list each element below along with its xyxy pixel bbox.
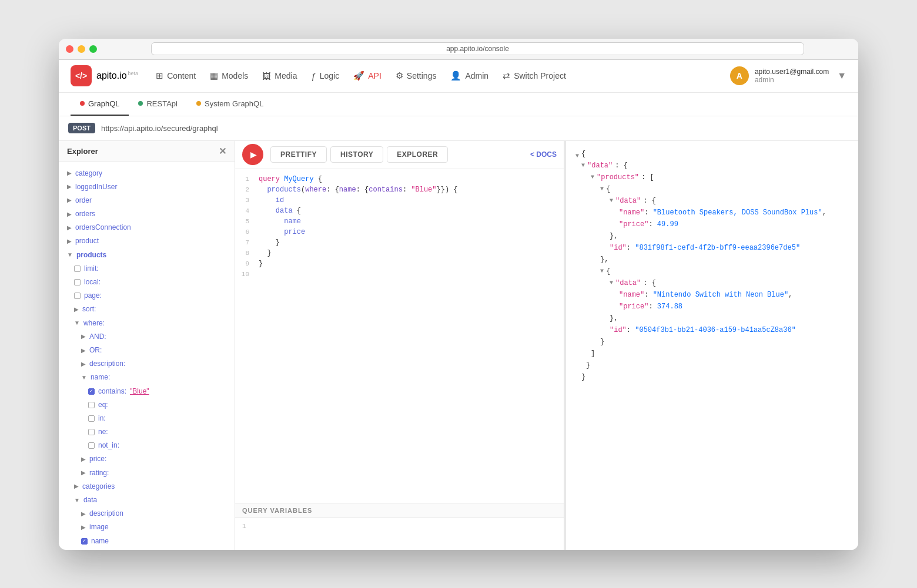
nav-api[interactable]: 🚀 API (353, 70, 381, 81)
collapse-arrow-3[interactable]: ▼ (591, 172, 594, 183)
collapse-arrow-7[interactable]: ▼ (610, 277, 613, 289)
user-role: admin (755, 76, 829, 84)
close-button[interactable] (66, 45, 73, 53)
tree-item-in[interactable]: in: (59, 412, 235, 425)
tree-item-price-data[interactable]: ✓ price (59, 548, 235, 550)
explorer-body: ▶ category ▶ loggedInUser ▶ order ▶ orde… (59, 162, 235, 550)
nav-admin[interactable]: 👤 Admin (450, 70, 488, 81)
arrow-icon: ▶ (67, 210, 72, 219)
tree-item-orders[interactable]: ▶ orders (59, 207, 235, 221)
tree-item-where[interactable]: ▼ where: (59, 317, 235, 330)
nav-items: ⊞ Content ▦ Models 🖼 Media ƒ Logic 🚀 API… (156, 70, 730, 81)
close-explorer-button[interactable]: ✕ (219, 146, 226, 157)
collapse-arrow-4[interactable]: ▼ (600, 183, 604, 195)
app-header: </> apito.iobeta ⊞ Content ▦ Models 🖼 Me… (59, 60, 858, 93)
tree-item-name[interactable]: ▼ name: (59, 371, 235, 384)
tree-item-or[interactable]: ▶ OR: (59, 344, 235, 357)
tree-item-not-in[interactable]: not_in: (59, 439, 235, 452)
tree-item-loggedinuser[interactable]: ▶ loggedInUser (59, 180, 235, 194)
tree-item-data[interactable]: ▼ data (59, 493, 235, 507)
settings-icon: ⚙ (396, 70, 403, 81)
traffic-lights (66, 45, 97, 53)
query-variables-body[interactable]: 1 (235, 518, 564, 547)
system-graphql-dot (196, 101, 201, 106)
qv-line-num: 1 (242, 523, 256, 530)
nav-switch-project[interactable]: ⇄ Switch Project (503, 70, 566, 81)
tree-item-sort[interactable]: ▶ sort: (59, 303, 235, 316)
tab-system-graphql[interactable]: System GraphQL (187, 92, 273, 116)
checkbox-local[interactable] (74, 279, 81, 285)
tree-item-categories[interactable]: ▶ categories (59, 480, 235, 493)
tree-item-category[interactable]: ▶ category (59, 167, 235, 180)
tree-item-image[interactable]: ▶ image (59, 520, 235, 534)
collapse-arrow-1[interactable]: ▼ (575, 150, 579, 162)
history-button[interactable]: HISTORY (330, 146, 383, 163)
content-icon: ⊞ (156, 70, 163, 81)
tree-item-ne[interactable]: ne: (59, 425, 235, 439)
main-content: Explorer ✕ ▶ category ▶ loggedInUser ▶ o… (59, 141, 858, 550)
code-line-5: 5 name (235, 216, 564, 227)
app-window: app.apito.io/console </> apito.iobeta ⊞ … (59, 39, 858, 550)
tab-restapi[interactable]: RESTApi (129, 92, 187, 116)
tree-item-rating-where[interactable]: ▶ rating: (59, 466, 235, 480)
nav-models[interactable]: ▦ Models (210, 70, 248, 81)
logo-text: apito.iobeta (96, 70, 138, 81)
arrow-icon: ▶ (81, 455, 86, 464)
run-button[interactable] (242, 144, 263, 165)
expand-icon: ▼ (67, 250, 73, 260)
tree-item-product[interactable]: ▶ product (59, 234, 235, 248)
arrow-icon: ▶ (81, 509, 86, 519)
code-line-6: 6 price (235, 227, 564, 237)
prettify-button[interactable]: PRETTIFY (270, 146, 327, 163)
tree-item-products[interactable]: ▼ products (59, 248, 235, 262)
tree-item-limit[interactable]: limit: (59, 262, 235, 275)
tree-item-price[interactable]: ▶ price: (59, 452, 235, 466)
nav-logic[interactable]: ƒ Logic (311, 71, 339, 81)
tree-item-contains[interactable]: ✓ contains: "Blue" (59, 385, 235, 398)
switch-icon: ⇄ (503, 70, 510, 81)
checkbox-page[interactable] (74, 293, 81, 299)
tree-item-local[interactable]: local: (59, 275, 235, 289)
nav-content[interactable]: ⊞ Content (156, 70, 196, 81)
checkbox-eq[interactable] (88, 402, 95, 408)
tree-item-order[interactable]: ▶ order (59, 194, 235, 207)
url-bar[interactable]: app.apito.io/console (151, 42, 804, 55)
explorer-header: Explorer ✕ (59, 141, 235, 162)
nav-media[interactable]: 🖼 Media (262, 71, 297, 81)
method-badge: POST (68, 123, 95, 133)
nav-settings[interactable]: ⚙ Settings (396, 70, 437, 81)
collapse-arrow-6[interactable]: ▼ (600, 266, 604, 277)
collapse-arrow-5[interactable]: ▼ (610, 195, 613, 207)
tree-item-ordersconnection[interactable]: ▶ ordersConnection (59, 221, 235, 234)
user-email: apito.user1@gmail.com (755, 68, 829, 76)
checkbox-ne[interactable] (88, 429, 95, 435)
api-icon: 🚀 (353, 70, 364, 81)
docs-link[interactable]: < DOCS (530, 150, 557, 159)
tree-item-description-data[interactable]: ▶ description (59, 507, 235, 520)
maximize-button[interactable] (89, 45, 97, 53)
query-editor[interactable]: 1 query MyQuery { 2 products(where: {nam… (235, 169, 564, 503)
checkbox-limit[interactable] (74, 266, 81, 272)
tree-item-page[interactable]: page: (59, 289, 235, 303)
collapse-arrow-2[interactable]: ▼ (581, 160, 585, 172)
tab-graphql[interactable]: GraphQL (71, 92, 129, 116)
expand-icon: ▼ (74, 318, 80, 328)
tree-item-eq[interactable]: eq: (59, 398, 235, 412)
logic-icon: ƒ (311, 71, 316, 81)
checkbox-in[interactable] (88, 415, 95, 422)
user-dropdown-icon[interactable]: ▼ (837, 70, 846, 81)
checkbox-not-in[interactable] (88, 442, 95, 449)
query-variables-section: QUERY VARIABLES 1 (235, 503, 564, 550)
checkbox-name[interactable]: ✓ (81, 538, 88, 545)
minimize-button[interactable] (78, 45, 85, 53)
user-area: A apito.user1@gmail.com admin ▼ (730, 66, 846, 85)
tree-item-description[interactable]: ▶ description: (59, 357, 235, 371)
admin-icon: 👤 (450, 70, 461, 81)
checkbox-contains[interactable]: ✓ (88, 388, 95, 395)
code-line-8: 8 } (235, 248, 564, 258)
arrow-icon: ▶ (81, 346, 86, 355)
arrow-icon: ▶ (67, 223, 72, 233)
explorer-button[interactable]: EXPLORER (387, 146, 448, 163)
tree-item-and[interactable]: ▶ AND: (59, 330, 235, 344)
tree-item-name-data[interactable]: ✓ name (59, 535, 235, 548)
